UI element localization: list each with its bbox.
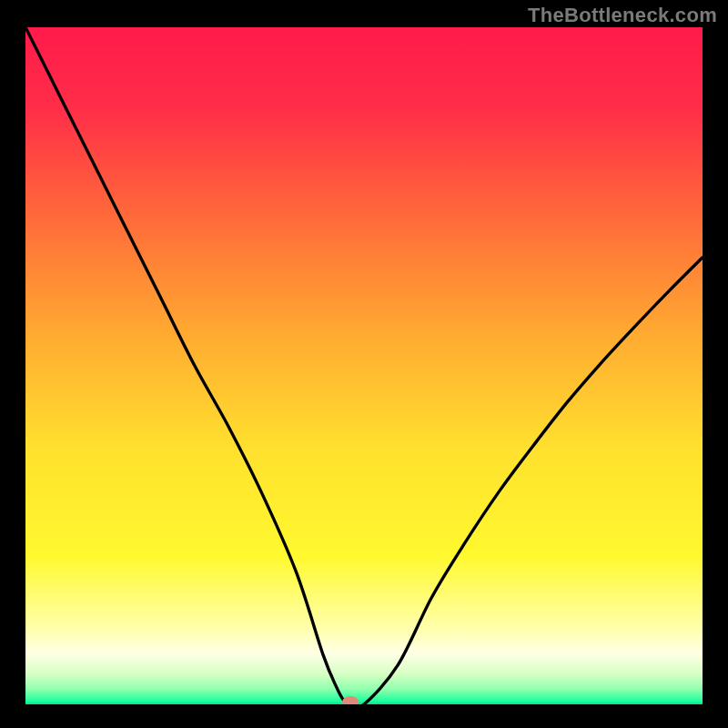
gradient-background	[25, 27, 703, 704]
chart-frame: TheBottleneck.com	[0, 0, 728, 728]
attribution-label: TheBottleneck.com	[528, 4, 717, 27]
chart-svg	[25, 27, 703, 704]
plot-area	[25, 27, 703, 704]
